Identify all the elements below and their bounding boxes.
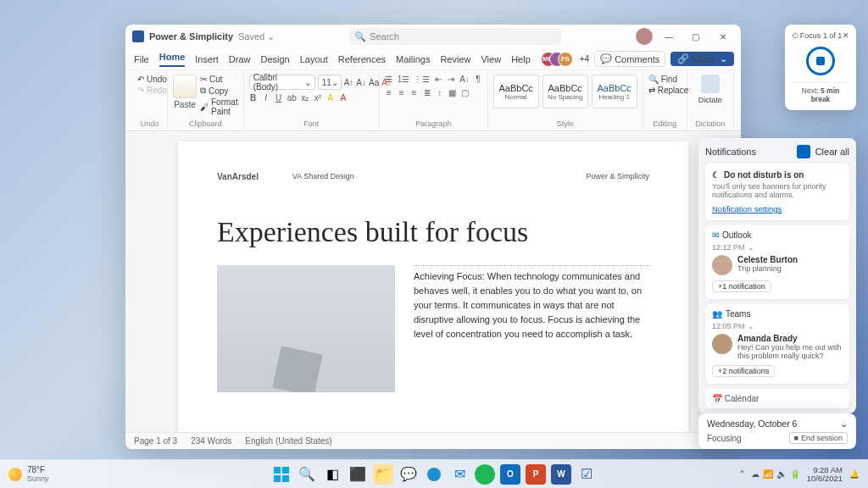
align-left-icon[interactable]: ≡ (385, 88, 393, 97)
notification-item[interactable]: Amanda BradyHey! Can you help me out wit… (712, 334, 843, 360)
powerpoint-button[interactable]: P (526, 464, 546, 485)
underline-icon[interactable]: U (275, 93, 283, 103)
menu-draw[interactable]: Draw (229, 54, 251, 64)
format-painter-button[interactable]: 🖌 Format Paint (200, 97, 238, 116)
dictate-button[interactable]: Dictate (693, 75, 728, 104)
dnd-toggle[interactable] (797, 145, 810, 158)
replace-button[interactable]: ⇄ Replace (648, 86, 689, 95)
search-input[interactable]: 🔍 Search (349, 28, 561, 45)
sort-icon[interactable]: A↓ (459, 75, 470, 84)
mail-button[interactable]: ✉ (449, 464, 470, 485)
shrink-font-icon[interactable]: A↓ (356, 78, 366, 87)
volume-icon[interactable]: 🔈 (776, 469, 787, 479)
align-right-icon[interactable]: ≡ (410, 88, 419, 97)
style-no-spacing[interactable]: AaBbCcNo Spacing (542, 75, 588, 108)
calendar-group[interactable]: 📅 Calendar (705, 389, 849, 408)
style-heading1[interactable]: AaBbCcHeading 1 (592, 75, 637, 108)
onedrive-icon[interactable]: ☁ (751, 469, 760, 479)
close-button[interactable]: ✕ (712, 28, 734, 45)
wifi-icon[interactable]: 📶 (763, 469, 773, 479)
search-button[interactable]: 🔍 (297, 464, 317, 485)
change-case-icon[interactable]: Aa (369, 78, 379, 87)
find-button[interactable]: 🔍 Find (648, 75, 677, 84)
menu-insert[interactable]: Insert (195, 54, 219, 64)
menu-references[interactable]: References (338, 54, 386, 64)
multilevel-icon[interactable]: ⋮☰ (414, 75, 430, 84)
status-words[interactable]: 234 Words (191, 436, 231, 446)
focus-stop-button[interactable] (806, 47, 835, 75)
menu-view[interactable]: View (481, 54, 501, 64)
text-highlight-icon[interactable]: A (326, 93, 335, 103)
music-button[interactable] (475, 464, 495, 485)
status-language[interactable]: English (United States) (245, 436, 331, 446)
teams-chat-button[interactable]: 💬 (398, 464, 419, 485)
taskbar-weather[interactable]: 78°FSunny (0, 465, 49, 483)
status-page[interactable]: Page 1 of 3 (134, 436, 177, 446)
menu-home[interactable]: Home (159, 52, 186, 67)
style-normal[interactable]: AaBbCcNormal (493, 75, 539, 108)
document-canvas[interactable]: VanArsdel VA Shared Design Power & Simpl… (125, 131, 741, 432)
start-button[interactable] (271, 464, 292, 485)
borders-icon[interactable]: ▢ (461, 88, 470, 97)
undo-button[interactable]: ↶ Undo (137, 75, 167, 84)
close-icon[interactable]: ✕ (843, 31, 849, 40)
paste-icon[interactable] (173, 75, 197, 98)
strike-icon[interactable]: ab (287, 93, 297, 103)
todo-button[interactable]: ☑ (576, 464, 597, 485)
task-view-button[interactable]: ◧ (322, 464, 342, 485)
copy-button[interactable]: ⧉ Copy (200, 86, 238, 96)
explorer-button[interactable]: 📁 (373, 464, 393, 485)
notifications-button[interactable]: 🔔 (849, 469, 860, 479)
menu-mailings[interactable]: Mailings (396, 54, 430, 64)
presence-avatar[interactable]: FS (558, 52, 573, 67)
menu-design[interactable]: Design (260, 54, 289, 64)
outlook-button[interactable]: O (500, 464, 520, 485)
presence-more[interactable]: +4 (580, 54, 589, 64)
clear-all-button[interactable]: Clear all (815, 147, 849, 157)
chevron-down-icon[interactable]: ⌄ (840, 419, 848, 429)
bold-icon[interactable]: B (249, 93, 258, 103)
menu-review[interactable]: Review (440, 54, 470, 64)
maximize-button[interactable]: ▢ (685, 28, 707, 45)
superscript-icon[interactable]: x² (314, 93, 322, 103)
menu-layout[interactable]: Layout (300, 54, 328, 64)
align-center-icon[interactable]: ≡ (398, 88, 406, 97)
minimize-button[interactable]: — (658, 28, 680, 45)
editor-button[interactable]: Editor (739, 75, 741, 104)
chevron-down-icon[interactable]: ⌄ (748, 243, 754, 252)
indent-dec-icon[interactable]: ⇤ (434, 75, 442, 84)
more-notifications-button[interactable]: +1 notification (712, 280, 771, 292)
indent-inc-icon[interactable]: ⇥ (447, 75, 455, 84)
font-name-select[interactable]: Calibri (Body) ⌄ (249, 75, 315, 90)
menu-help[interactable]: Help (511, 54, 531, 64)
user-avatar[interactable] (636, 28, 653, 45)
font-color-icon[interactable]: A (339, 93, 348, 103)
battery-icon[interactable]: 🔋 (790, 469, 800, 479)
end-session-button[interactable]: ■ End session (789, 432, 848, 444)
grow-font-icon[interactable]: A↑ (344, 78, 354, 87)
comments-button[interactable]: 💬 Comments (594, 51, 665, 67)
redo-button[interactable]: ↷ Redo (137, 86, 167, 95)
cut-button[interactable]: ✂ Cut (200, 75, 238, 84)
shading-icon[interactable]: ▦ (448, 88, 457, 97)
menu-file[interactable]: File (134, 54, 149, 64)
numbering-icon[interactable]: 1☰ (398, 75, 410, 84)
taskbar-clock[interactable]: 9:28 AM 10/6/2021 (807, 466, 843, 483)
subscript-icon[interactable]: x₂ (301, 93, 309, 103)
line-spacing-icon[interactable]: ↕ (436, 88, 444, 97)
notification-settings-link[interactable]: Notification settings (712, 204, 843, 214)
show-marks-icon[interactable]: ¶ (474, 75, 482, 84)
more-notifications-button[interactable]: +2 notifications (712, 365, 775, 377)
font-size-select[interactable]: 11 ⌄ (318, 75, 342, 90)
bullets-icon[interactable]: ☰ (385, 75, 393, 84)
edge-button[interactable] (424, 464, 444, 485)
save-status[interactable]: Saved⌄ (238, 31, 275, 42)
chevron-up-icon[interactable]: ˄ (740, 469, 744, 479)
share-button[interactable]: 🔗 Share ⌄ (670, 52, 733, 66)
notification-item[interactable]: Celeste BurtonTrip planning (712, 255, 843, 275)
chevron-down-icon[interactable]: ⌄ (748, 322, 754, 330)
widgets-button[interactable]: ⬛ (348, 464, 368, 485)
italic-icon[interactable]: I (262, 93, 270, 103)
justify-icon[interactable]: ≣ (423, 88, 431, 97)
word-button[interactable]: W (551, 464, 571, 485)
